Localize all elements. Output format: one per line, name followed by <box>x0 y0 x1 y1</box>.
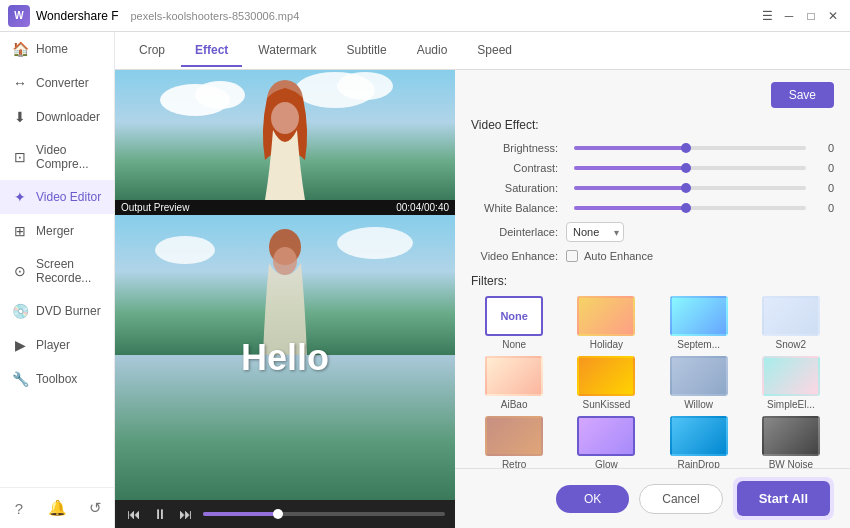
save-button[interactable]: Save <box>771 82 834 108</box>
svg-point-2 <box>195 81 245 109</box>
close-button[interactable]: ✕ <box>824 7 842 25</box>
sidebar-label-toolbox: Toolbox <box>36 372 77 386</box>
tab-audio[interactable]: Audio <box>403 35 462 67</box>
sidebar-item-dvd-burner[interactable]: 💿 DVD Burner <box>0 294 114 328</box>
cancel-button[interactable]: Cancel <box>639 484 722 514</box>
sidebar-item-toolbox[interactable]: 🔧 Toolbox <box>0 362 114 396</box>
filter-bwnoise-thumb <box>762 416 820 456</box>
video-progress-thumb <box>273 509 283 519</box>
dvd-burner-icon: 💿 <box>12 303 28 319</box>
ok-button[interactable]: OK <box>556 485 629 513</box>
filter-raindrop[interactable]: RainDrop <box>656 416 742 468</box>
filter-simpleel[interactable]: SimpleEl... <box>748 356 834 410</box>
title-bar-controls: ☰ ─ □ ✕ <box>758 7 842 25</box>
save-area: Save <box>471 82 834 108</box>
minimize-button[interactable]: ─ <box>780 7 798 25</box>
refresh-button[interactable]: ↺ <box>81 494 109 522</box>
sidebar-item-home[interactable]: 🏠 Home <box>0 32 114 66</box>
notifications-button[interactable]: 🔔 <box>43 494 71 522</box>
filter-simpleel-label: SimpleEl... <box>767 399 815 410</box>
filter-snow2[interactable]: Snow2 <box>748 296 834 350</box>
filter-retro[interactable]: Retro <box>471 416 557 468</box>
saturation-fill <box>574 186 690 190</box>
svg-point-11 <box>273 247 297 275</box>
sidebar-label-compressor: Video Compre... <box>36 143 102 171</box>
video-preview-svg-top <box>115 70 455 200</box>
maximize-button[interactable]: □ <box>802 7 820 25</box>
sidebar-item-merger[interactable]: ⊞ Merger <box>0 214 114 248</box>
title-bar-left: W Wondershare F pexels-koolshooters-8530… <box>8 5 299 27</box>
video-preview-bottom: Hello <box>115 215 455 500</box>
filters-title: Filters: <box>471 274 834 288</box>
brightness-row: Brightness: 0 <box>471 142 834 154</box>
video-effect-title: Video Effect: <box>471 118 834 132</box>
help-button[interactable]: ? <box>5 494 33 522</box>
filters-grid: None None Holiday <box>471 296 834 468</box>
tab-speed[interactable]: Speed <box>463 35 526 67</box>
filter-holiday[interactable]: Holiday <box>563 296 649 350</box>
content-area: Crop Effect Watermark Subtitle Audio Spe… <box>115 32 850 528</box>
file-name: pexels-koolshooters-8530006.mp4 <box>130 10 299 22</box>
filter-snow2-label: Snow2 <box>776 339 807 350</box>
start-all-button[interactable]: Start All <box>737 481 830 516</box>
filter-september[interactable]: Septem... <box>656 296 742 350</box>
hello-overlay-text: Hello <box>241 337 329 379</box>
tab-effect[interactable]: Effect <box>181 35 242 67</box>
sidebar-item-player[interactable]: ▶ Player <box>0 328 114 362</box>
video-preview-top <box>115 70 455 200</box>
pause-button[interactable]: ⏸ <box>151 506 169 522</box>
tab-bar: Crop Effect Watermark Subtitle Audio Spe… <box>115 32 850 70</box>
title-bar: W Wondershare F pexels-koolshooters-8530… <box>0 0 850 32</box>
saturation-value: 0 <box>814 182 834 194</box>
white-balance-fill <box>574 206 690 210</box>
video-effect-section: Video Effect: Brightness: 0 <box>471 118 834 262</box>
brightness-fill <box>574 146 690 150</box>
home-icon: 🏠 <box>12 41 28 57</box>
auto-enhance-label: Auto Enhance <box>584 250 653 262</box>
contrast-thumb <box>681 163 691 173</box>
forward-button[interactable]: ⏭ <box>177 506 195 522</box>
filter-none[interactable]: None None <box>471 296 557 350</box>
auto-enhance-checkbox[interactable] <box>566 250 578 262</box>
filter-sunkissed[interactable]: SunKissed <box>563 356 649 410</box>
sidebar-label-player: Player <box>36 338 70 352</box>
brightness-slider[interactable] <box>574 146 806 150</box>
contrast-slider[interactable] <box>574 166 806 170</box>
saturation-label: Saturation: <box>471 182 566 194</box>
white-balance-slider[interactable] <box>574 206 806 210</box>
saturation-slider[interactable] <box>574 186 806 190</box>
filter-bwnoise-label: BW Noise <box>769 459 813 468</box>
filter-glow[interactable]: Glow <box>563 416 649 468</box>
brightness-thumb <box>681 143 691 153</box>
video-enhance-row: Video Enhance: Auto Enhance <box>471 250 834 262</box>
sidebar-item-screen-recorder[interactable]: ⊙ Screen Recorde... <box>0 248 114 294</box>
video-progress-bar[interactable] <box>203 512 445 516</box>
bottom-bar: OK Cancel Start All <box>455 468 850 528</box>
rewind-button[interactable]: ⏮ <box>125 506 143 522</box>
sidebar-item-converter[interactable]: ↔ Converter <box>0 66 114 100</box>
filter-bwnoise[interactable]: BW Noise <box>748 416 834 468</box>
brightness-label: Brightness: <box>471 142 566 154</box>
tab-crop[interactable]: Crop <box>125 35 179 67</box>
tab-subtitle[interactable]: Subtitle <box>333 35 401 67</box>
sidebar-label-dvd-burner: DVD Burner <box>36 304 101 318</box>
main-area: 🏠 Home ↔ Converter ⬇ Downloader ⊡ Video … <box>0 32 850 528</box>
deinterlace-select[interactable]: None Yadif Kernel <box>566 222 624 242</box>
filter-raindrop-thumb <box>670 416 728 456</box>
white-balance-label: White Balance: <box>471 202 566 214</box>
sidebar-item-video-editor[interactable]: ✦ Video Editor <box>0 180 114 214</box>
tab-watermark[interactable]: Watermark <box>244 35 330 67</box>
deinterlace-select-wrapper: None Yadif Kernel <box>566 222 624 242</box>
saturation-thumb <box>681 183 691 193</box>
white-balance-row: White Balance: 0 <box>471 202 834 214</box>
svg-point-9 <box>337 227 413 259</box>
menu-button[interactable]: ☰ <box>758 7 776 25</box>
white-balance-thumb <box>681 203 691 213</box>
sidebar-item-compressor[interactable]: ⊡ Video Compre... <box>0 134 114 180</box>
filter-willow-label: Willow <box>684 399 713 410</box>
filter-willow[interactable]: Willow <box>656 356 742 410</box>
downloader-icon: ⬇ <box>12 109 28 125</box>
sidebar-item-downloader[interactable]: ⬇ Downloader <box>0 100 114 134</box>
filter-aibao[interactable]: AiBao <box>471 356 557 410</box>
filter-aibao-label: AiBao <box>501 399 528 410</box>
